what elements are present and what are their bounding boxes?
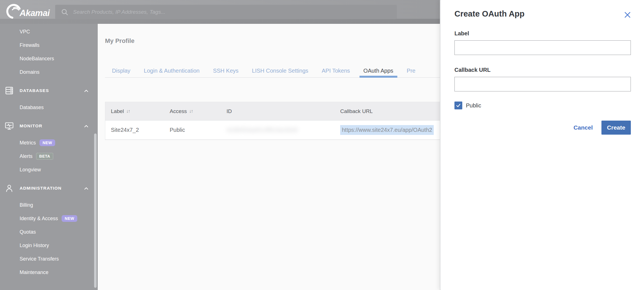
sidebar-item-label: Maintenance xyxy=(20,270,48,275)
sidebar: VPC Firewalls NodeBalancers Domains D xyxy=(0,24,98,290)
column-header-text: ID xyxy=(227,108,232,114)
sidebar-item-identity-access[interactable]: Identity & Access NEW xyxy=(0,212,98,225)
chevron-up-icon xyxy=(83,88,89,95)
drawer-title: Create OAuth App xyxy=(454,9,631,19)
app-screen: Akamai VPC Firewalls NodeBalancers Domai… xyxy=(0,0,644,290)
akamai-logo[interactable]: Akamai xyxy=(6,2,50,20)
tab-ssh-keys[interactable]: SSH Keys xyxy=(209,64,242,77)
column-header-text: Callback URL xyxy=(340,108,373,114)
tab-lish-console-settings[interactable]: LISH Console Settings xyxy=(248,64,312,77)
close-icon[interactable] xyxy=(623,11,632,19)
search-icon xyxy=(61,8,69,16)
sidebar-item-longview[interactable]: Longview xyxy=(0,163,98,176)
column-header-text: Access xyxy=(170,108,187,114)
cell-id: 4e3bf453aa91c9f5c3a1d2e8 xyxy=(221,121,335,139)
sidebar-item-databases[interactable]: Databases xyxy=(0,101,98,114)
column-header-callback-url: Callback URL xyxy=(335,102,440,120)
sidebar-item-service-transfers[interactable]: Service Transfers xyxy=(0,252,98,266)
chevron-up-icon xyxy=(83,123,89,130)
cell-callback-url: https://www.site24x7.eu/app/OAuth2 xyxy=(335,121,440,139)
sidebar-item-label: NodeBalancers xyxy=(20,56,54,62)
cell-label: Site24x7_2 xyxy=(105,121,164,139)
profile-tabs: Display Login & Authentication SSH Keys … xyxy=(105,64,440,78)
oauth-app-access: Public xyxy=(170,127,185,133)
tab-display[interactable]: Display xyxy=(108,64,134,77)
table-row[interactable]: Site24x7_2 Public 4e3bf453aa91c9f5c3a1d2… xyxy=(105,121,440,140)
main-content: My Profile Display Login & Authenticatio… xyxy=(98,24,440,290)
column-header-text: Label xyxy=(111,108,124,114)
sidebar-item-label: Quotas xyxy=(20,229,36,235)
sidebar-item-vpc[interactable]: VPC xyxy=(0,25,98,38)
database-icon xyxy=(4,86,14,96)
sidebar-item-label: Identity & Access xyxy=(20,216,58,222)
callback-url-field[interactable] xyxy=(454,77,631,91)
sidebar-item-label: Domains xyxy=(20,69,39,75)
search-input[interactable] xyxy=(69,5,397,19)
page-title: My Profile xyxy=(105,37,134,45)
cancel-button[interactable]: Cancel xyxy=(573,124,593,131)
create-oauth-app-drawer: Create OAuth App Label Callback URL Publ… xyxy=(440,0,644,290)
sidebar-item-maintenance[interactable]: Maintenance xyxy=(0,266,98,279)
check-icon xyxy=(456,103,461,108)
sort-icon[interactable]: ↓↑ xyxy=(189,109,193,114)
sidebar-item-login-history[interactable]: Login History xyxy=(0,239,98,252)
redacted-id: 4e3bf453aa91c9f5c3a1d2e8 xyxy=(227,127,298,133)
sidebar-item-quotas[interactable]: Quotas xyxy=(0,225,98,239)
tab-login-authentication[interactable]: Login & Authentication xyxy=(140,64,204,77)
beta-badge: BETA xyxy=(36,153,53,160)
sidebar-item-alerts[interactable]: Alerts BETA xyxy=(0,149,98,163)
table-header-row: Label ↓↑ Access ↓↑ ID Callback URL xyxy=(105,102,440,121)
sidebar-item-label: VPC xyxy=(20,29,30,35)
sidebar-section-label: DATABASES xyxy=(20,88,49,93)
sidebar-item-label: Alerts xyxy=(20,153,32,159)
callback-url-selected-text: https://www.site24x7.eu/app/OAuth2 xyxy=(340,125,434,135)
sidebar-section-label: MONITOR xyxy=(20,123,42,128)
label-field-label: Label xyxy=(454,30,631,37)
monitor-icon xyxy=(4,121,14,132)
label-field[interactable] xyxy=(454,40,631,55)
oauth-app-label: Site24x7_2 xyxy=(111,127,139,133)
tab-oauth-apps[interactable]: OAuth Apps xyxy=(360,64,397,77)
create-button[interactable]: Create xyxy=(601,121,631,135)
public-checkbox-row[interactable]: Public xyxy=(454,102,631,109)
sidebar-item-firewalls[interactable]: Firewalls xyxy=(0,38,98,52)
sidebar-section-databases[interactable]: DATABASES xyxy=(0,84,98,97)
sidebar-item-domains[interactable]: Domains xyxy=(0,65,98,79)
person-icon xyxy=(4,183,14,194)
chevron-up-icon xyxy=(83,185,89,193)
sidebar-section-label: ADMINISTRATION xyxy=(20,186,62,191)
sidebar-item-metrics[interactable]: Metrics NEW xyxy=(0,136,98,149)
sidebar-item-label: Login History xyxy=(20,243,49,248)
sidebar-item-label: Longview xyxy=(20,167,41,173)
sidebar-item-billing[interactable]: Billing xyxy=(0,198,98,212)
cell-access: Public xyxy=(164,121,221,139)
sidebar-section-monitor[interactable]: MONITOR xyxy=(0,119,98,133)
sidebar-item-label: Metrics xyxy=(20,140,36,146)
column-header-id: ID xyxy=(221,102,335,120)
drawer-actions: Cancel Create xyxy=(454,121,631,135)
public-checkbox[interactable] xyxy=(454,102,462,109)
tab-api-tokens[interactable]: API Tokens xyxy=(318,64,354,77)
oauth-apps-table: Label ↓↑ Access ↓↑ ID Callback URL Site2… xyxy=(105,102,440,140)
public-checkbox-label: Public xyxy=(466,102,481,109)
callback-url-field-label: Callback URL xyxy=(454,67,631,73)
sidebar-item-label: Service Transfers xyxy=(20,256,59,262)
column-header-access[interactable]: Access ↓↑ xyxy=(164,102,221,120)
sidebar-scrollbar-thumb[interactable] xyxy=(94,134,97,288)
sidebar-item-nodebalancers[interactable]: NodeBalancers xyxy=(0,52,98,65)
column-header-label[interactable]: Label ↓↑ xyxy=(105,102,164,120)
sidebar-item-label: Billing xyxy=(20,202,33,208)
sidebar-item-label: Firewalls xyxy=(20,42,39,48)
tab-preferences[interactable]: Pre xyxy=(403,64,419,77)
new-badge: NEW xyxy=(62,215,77,222)
global-search xyxy=(55,5,397,19)
sidebar-item-label: Databases xyxy=(20,105,44,111)
sort-icon[interactable]: ↓↑ xyxy=(126,109,130,114)
sidebar-section-administration[interactable]: ADMINISTRATION xyxy=(0,181,98,195)
logo-wordmark: Akamai xyxy=(20,8,50,18)
new-badge: NEW xyxy=(39,139,55,146)
